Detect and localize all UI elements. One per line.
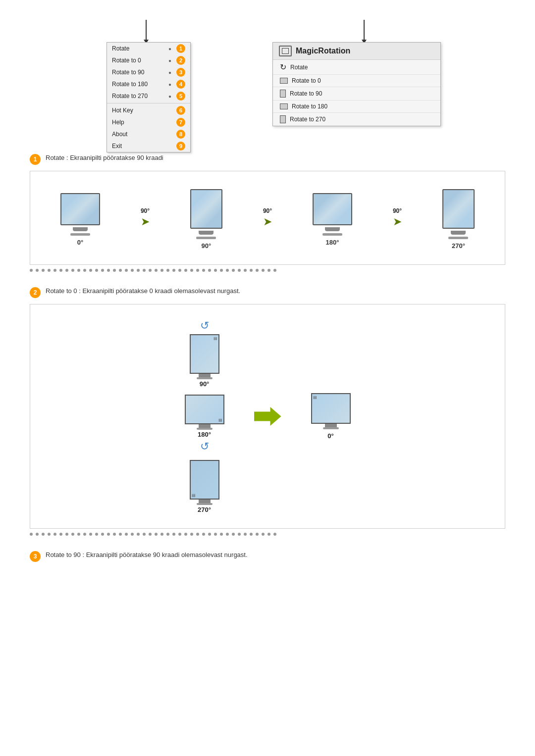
section-1-badge: 1: [30, 154, 41, 165]
green-arrow-1: ➤: [141, 215, 150, 228]
section-rotate0: 2 Rotate to 0 : Ekraanipilti pööratakse …: [30, 287, 505, 536]
rotate-icon: ↻: [280, 62, 286, 72]
menu-item-rotate90[interactable]: Rotate to 90 ● 3: [107, 66, 190, 78]
monitor-base-270: [448, 237, 468, 239]
green-block-arrow: [254, 407, 281, 426]
badge-7: 7: [176, 118, 185, 127]
stand-180: [199, 424, 211, 428]
badge-1: 1: [176, 44, 185, 53]
mon-0-fig: ▤ 0°: [311, 393, 351, 440]
badge-5: 5: [176, 92, 185, 101]
monitor-180deg: 180°: [313, 190, 352, 246]
monitor-icon: [279, 46, 292, 56]
menu-divider: [107, 103, 190, 103]
diagram-wrapper: Rotate ● 1 Rotate to 0 ● 2 Rotate to 90: [79, 20, 456, 134]
submenu-arrow: ●: [168, 46, 171, 51]
arrow-1: 90° ➤: [141, 207, 150, 228]
right-arrow: [362, 20, 367, 44]
section-rotate: 1 Rotate : Ekraanipilti pööratakse 90 kr…: [30, 153, 505, 272]
top-diagram: Rotate ● 1 Rotate to 0 ● 2 Rotate to 90: [30, 20, 505, 134]
dot-3: ●: [168, 70, 171, 75]
monitor-180-icon: [280, 103, 288, 109]
monitor-screen-180: [313, 193, 352, 225]
menu-item-rotate180[interactable]: Rotate to 180 ● 4: [107, 78, 190, 90]
monitor-screen-0: [60, 193, 100, 225]
magic-panel-header: MagicRotation: [273, 43, 440, 60]
section-2-badge: 2: [30, 287, 41, 298]
rotation-sequence: 0° 90° ➤ 90°: [40, 181, 495, 254]
base-0: [323, 427, 339, 429]
section-rotate90: 3 Rotate to 90 : Ekraanipilti pööratakse…: [30, 551, 505, 562]
menu-item-rotate[interactable]: Rotate ● 1: [107, 43, 190, 54]
stand-270: [199, 500, 211, 503]
arrow-2: 90° ➤: [263, 207, 272, 228]
panel-item-rotate180: Rotate to 180: [273, 101, 440, 113]
stand-0: [325, 424, 337, 427]
section-2-desc: Rotate to 0 : Ekraanipilti pööratakse 0 …: [46, 287, 240, 296]
arrow-3: 90° ➤: [393, 207, 402, 228]
mon-0-body: ▤: [311, 393, 351, 429]
section-2-header: 2 Rotate to 0 : Ekraanipilti pööratakse …: [30, 287, 505, 298]
panel-item-rotate270: Rotate to 270: [273, 113, 440, 126]
magic-rotation-panel: MagicRotation ↻ Rotate Rotate to 0 Rotat…: [272, 42, 441, 126]
monitor-stand-90: [199, 231, 214, 235]
section-2-diagram: ↺ ▤ 90°: [30, 304, 505, 529]
monitor-90-icon: [280, 90, 286, 98]
monitor-90deg: 90°: [190, 186, 222, 250]
left-arrow: [144, 20, 149, 44]
panel-item-rotate: ↻ Rotate: [273, 60, 440, 75]
green-arrow-3: ➤: [393, 215, 402, 228]
monitor-stand-0: [73, 227, 88, 231]
screen-0: ▤: [311, 393, 351, 424]
panel-item-rotate90: Rotate to 90: [273, 87, 440, 101]
monitor-0-icon: [280, 78, 288, 84]
badge-3: 3: [176, 68, 185, 77]
curved-arrow-top: ↺: [200, 319, 209, 332]
base-180: [197, 428, 213, 430]
menu-item-rotate0[interactable]: Rotate to 0 ● 2: [107, 54, 190, 66]
panel-item-rotate0: Rotate to 0: [273, 75, 440, 87]
badge-8: 8: [176, 130, 185, 139]
dot-4: ●: [168, 82, 171, 87]
mon-270-body: ▤: [190, 460, 219, 505]
badge-6: 6: [176, 106, 185, 115]
menu-item-help[interactable]: Help 7: [107, 116, 190, 128]
section-1-diagram: 0° 90° ➤ 90°: [30, 171, 505, 265]
base-270: [197, 503, 213, 505]
badge-4: 4: [176, 80, 185, 89]
menu-item-hotkey[interactable]: Hot Key 6: [107, 104, 190, 116]
dot-5: ●: [168, 94, 171, 99]
menu-item-about[interactable]: About 8: [107, 128, 190, 140]
curved-arrow-bottom: ↺: [200, 440, 209, 453]
section2-layout: ↺ ▤ 90°: [40, 314, 495, 518]
mon-90-fig: ↺ ▤ 90°: [190, 319, 219, 388]
monitor-screen-270: [442, 189, 475, 229]
base-90: [197, 377, 213, 379]
dot-2: ●: [168, 58, 171, 63]
monitor-270deg: 270°: [442, 186, 475, 250]
section-3-header: 3 Rotate to 90 : Ekraanipilti pööratakse…: [30, 551, 505, 562]
monitor-stand-180: [325, 227, 340, 231]
section-1-desc: Rotate : Ekraanipilti pööratakse 90 kraa…: [46, 153, 163, 162]
green-arrow-2: ➤: [263, 215, 272, 228]
monitor-base-180: [322, 233, 342, 236]
dot-separator-2: [30, 533, 505, 536]
menu-item-rotate270[interactable]: Rotate to 270 ● 5: [107, 90, 190, 102]
monitor-stand-270: [451, 231, 466, 235]
mon-180-fig: ▤ 180° ↺: [185, 395, 224, 453]
monitor-0deg: 0°: [60, 190, 100, 246]
section-3-badge: 3: [30, 551, 41, 562]
screen-270: ▤: [190, 460, 219, 500]
badge-9: 9: [176, 142, 185, 151]
badge-2: 2: [176, 56, 185, 65]
screen-180: ▤: [185, 395, 224, 424]
mon-180-body: ▤: [185, 395, 224, 430]
center-arrow: [254, 407, 281, 426]
screen-90: ▤: [190, 334, 219, 374]
context-menu: Rotate ● 1 Rotate to 0 ● 2 Rotate to 90: [107, 42, 191, 152]
dot-separator-1: [30, 269, 505, 272]
monitor-270-icon: [280, 115, 286, 123]
menu-item-exit[interactable]: Exit 9: [107, 140, 190, 152]
monitor-base-90: [196, 237, 216, 239]
stand-90: [199, 374, 211, 377]
